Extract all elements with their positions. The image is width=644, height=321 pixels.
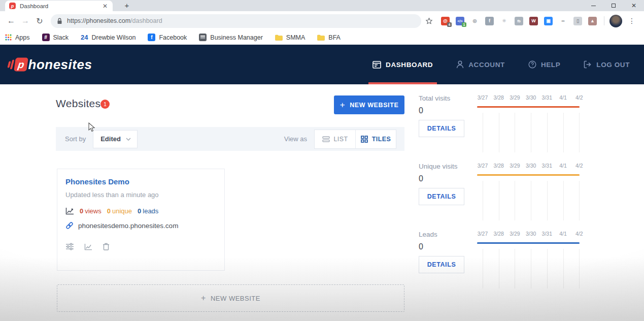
chart-date-label: 3/30 xyxy=(526,163,536,169)
leads-details-button[interactable]: DETAILS xyxy=(419,256,464,273)
forward-button[interactable]: → xyxy=(18,16,32,25)
lock-icon xyxy=(57,18,62,24)
url-bar[interactable]: https://phonesites.com/dashboard xyxy=(51,14,421,28)
back-button[interactable]: ← xyxy=(4,16,18,25)
nav-dashboard[interactable]: DASHBOARD xyxy=(372,45,433,84)
leads-value: 0 xyxy=(419,242,474,251)
fb-extension-icon[interactable]: fb xyxy=(515,17,523,25)
profile-avatar[interactable] xyxy=(609,15,622,27)
chart-dates: 3/273/283/293/303/314/14/2 xyxy=(476,231,583,238)
browser-tabstrip: p Dashboard ✕ + ✕ xyxy=(0,0,644,11)
tiles-icon xyxy=(361,136,368,143)
website-count-badge: 1 xyxy=(100,100,110,109)
trash-icon[interactable] xyxy=(103,243,110,250)
chart-line xyxy=(477,106,580,108)
sort-dropdown[interactable]: Edited xyxy=(93,130,138,148)
view-list-button[interactable]: LIST xyxy=(315,130,355,148)
total-visits-value: 0 xyxy=(419,106,474,115)
link-icon xyxy=(65,221,74,230)
list-icon xyxy=(322,136,330,142)
total-visits-details-button[interactable]: DETAILS xyxy=(419,120,464,137)
chart-date-label: 3/31 xyxy=(542,231,552,237)
leads-section: Leads 0 DETAILS xyxy=(419,231,474,273)
facebook-extension-icon[interactable]: f xyxy=(485,17,494,25)
chart-date-label: 4/2 xyxy=(575,163,583,169)
phonesites-logo[interactable]: p honesites xyxy=(8,57,92,73)
facebook-icon: f xyxy=(148,34,155,41)
total-visits-chart: 3/273/283/293/303/314/14/2 xyxy=(476,94,583,156)
chart-date-label: 4/2 xyxy=(575,231,583,237)
swirl-extension-icon[interactable]: ◎ xyxy=(470,17,479,25)
chart-grid xyxy=(476,181,583,220)
extension-badge: 1 xyxy=(462,22,466,27)
tab-title: Dashboard xyxy=(20,3,101,9)
mail-extension-icon[interactable]: @4 xyxy=(441,17,450,25)
bookmark-drewbie-wilson[interactable]: 24 Drewbie Wilson xyxy=(81,34,135,41)
tab-close-icon[interactable]: ✕ xyxy=(101,3,109,10)
new-tab-button[interactable]: + xyxy=(121,0,133,11)
window-minimize-button[interactable] xyxy=(583,0,603,11)
total-visits-section: Total visits 0 DETAILS xyxy=(419,94,474,137)
acrobat-extension-icon[interactable]: ▲ xyxy=(588,17,597,25)
rings-extension-icon[interactable]: ∞ xyxy=(559,17,567,25)
chart-date-label: 3/28 xyxy=(493,94,503,101)
bookmark-folder-bfa[interactable]: BFA xyxy=(317,34,341,41)
window-restore-button[interactable] xyxy=(603,0,624,11)
chart-date-label: 4/1 xyxy=(559,231,567,237)
leads-label: Leads xyxy=(419,231,474,238)
new-website-placeholder-button[interactable]: + NEW WEBSITE xyxy=(57,284,404,312)
view-tiles-button[interactable]: TILES xyxy=(355,130,396,148)
sort-by-label: Sort by xyxy=(65,135,86,143)
unique-visits-label: Unique visits xyxy=(419,163,474,170)
chart-date-label: 3/27 xyxy=(478,231,488,237)
extensions-row: @4</>1◎f✳fbW▣∞▯▲ xyxy=(441,17,597,25)
url-text: https://phonesites.com/dashboard xyxy=(67,17,162,24)
stats-icon[interactable] xyxy=(84,243,92,250)
analytics-icon xyxy=(65,207,74,215)
unique-visits-section: Unique visits 0 DETAILS xyxy=(419,163,474,205)
bookmark-folder-smma[interactable]: SMMA xyxy=(275,34,306,41)
bookmark-slack[interactable]: # Slack xyxy=(42,34,69,41)
clipboard-extension-icon[interactable]: ▯ xyxy=(573,17,582,25)
page-title: Websites xyxy=(56,98,100,110)
website-card-updated: Updated less than a minute ago xyxy=(65,191,216,199)
plus-icon: + xyxy=(340,100,346,110)
bookmark-facebook[interactable]: f Facebook xyxy=(148,34,187,41)
bookmark-business-manager[interactable]: Business Manager xyxy=(199,34,263,41)
view-as-label: View as xyxy=(284,135,307,143)
nav-account[interactable]: ACCOUNT xyxy=(456,45,505,84)
chart-date-label: 3/31 xyxy=(542,163,552,169)
chart-date-label: 3/27 xyxy=(478,94,488,101)
chart-grid xyxy=(476,113,583,152)
refresh-button[interactable]: ↻ xyxy=(32,16,47,26)
help-icon xyxy=(528,60,536,69)
bookmark-star-icon[interactable] xyxy=(425,17,433,25)
website-card-title[interactable]: Phonesites Demo xyxy=(65,177,216,186)
nav-logout[interactable]: LOG OUT xyxy=(584,45,630,84)
browser-toolbar: ← → ↻ https://phonesites.com/dashboard @… xyxy=(0,11,644,30)
chart-date-label: 3/27 xyxy=(478,163,488,169)
logo-bars-icon xyxy=(8,60,13,70)
chart-date-label: 3/28 xyxy=(493,231,503,237)
nav-help[interactable]: HELP xyxy=(528,45,560,84)
zoom-extension-icon[interactable]: ▣ xyxy=(544,17,553,25)
code-extension-icon[interactable]: </>1 xyxy=(456,17,464,25)
unique-visits-chart: 3/273/283/293/303/314/14/2 xyxy=(476,163,583,224)
24-icon: 24 xyxy=(81,34,88,41)
shield-extension-icon[interactable]: W xyxy=(529,17,538,25)
account-icon xyxy=(456,60,464,69)
new-website-button[interactable]: + NEW WEBSITE xyxy=(334,95,404,114)
browser-menu-icon[interactable]: ⋮ xyxy=(628,17,635,25)
plus-icon: + xyxy=(201,294,206,303)
window-close-button[interactable]: ✕ xyxy=(624,0,644,11)
settings-sliders-icon[interactable] xyxy=(65,243,74,250)
bookmark-apps[interactable]: Apps xyxy=(5,34,30,41)
slack-icon: # xyxy=(42,34,50,41)
chart-date-label: 4/1 xyxy=(559,163,567,169)
website-card-url[interactable]: phonesitesdemo.phonesites.com xyxy=(65,221,216,230)
unique-visits-details-button[interactable]: DETAILS xyxy=(419,188,464,205)
spinner-extension-icon[interactable]: ✳ xyxy=(500,17,509,25)
browser-tab[interactable]: p Dashboard ✕ xyxy=(5,1,113,11)
mouse-cursor xyxy=(88,122,95,133)
chevron-down-icon xyxy=(126,138,131,141)
